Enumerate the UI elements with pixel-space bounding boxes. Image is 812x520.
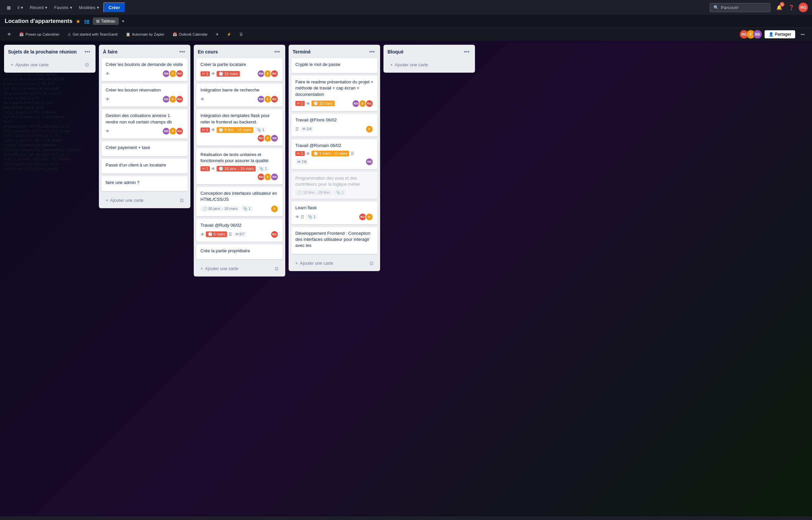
toolbar-outlook[interactable]: 📅 Outlook Calendar (170, 31, 211, 38)
share-button[interactable]: 👤 Partager (765, 30, 795, 38)
board-view-button[interactable]: ⊞ Tableau (93, 18, 119, 25)
card-avatars: RB F RG (162, 95, 184, 103)
add-card-en-cours[interactable]: + Ajouter une carte ⊡ (197, 263, 283, 274)
card-title: Conception des interfaces utilisateur en… (201, 190, 279, 203)
card-avatars: F (365, 125, 373, 133)
notification-button[interactable]: 🔔 5 (774, 3, 784, 12)
nav-item-favoris[interactable]: Favoris ▾ (51, 4, 75, 11)
card-proprietaire[interactable]: Crée la partie propriétaire (197, 244, 283, 259)
avatar-rg[interactable]: RG (270, 95, 279, 103)
attach-badge: 📎 1 (255, 127, 266, 133)
watch-icon[interactable]: 👁 (306, 151, 310, 156)
card-payement[interactable]: Créer payement + taxe (102, 141, 188, 156)
card-bouton-reservation[interactable]: Créer les bouton réservation 👁 RB F RG (102, 84, 188, 107)
column-menu-sujets[interactable]: ••• (83, 48, 91, 55)
card-learn-flask[interactable]: Learn flask 👁 ☰ 📎 1 RG F (291, 202, 377, 224)
avatar-f[interactable]: F (365, 125, 373, 133)
card-readme[interactable]: Faire le readme présentation du projet +… (291, 76, 377, 111)
nav-logo[interactable]: ▦ (4, 4, 14, 11)
watch-icon[interactable]: 👁 (211, 166, 215, 171)
more-menu[interactable]: ••• (798, 31, 807, 38)
card-travail-romain[interactable]: Travail @Romain 06/02 ✂ 1 👁 🕐 1 mars - 1… (291, 139, 377, 169)
watch-icon[interactable]: 👁 (211, 71, 215, 76)
add-card-termine[interactable]: + Ajouter une carte ⊡ (291, 258, 377, 268)
checklist-badge: ✉ 7/8 (295, 159, 309, 165)
search-box[interactable]: 🔍 Parcourir (710, 3, 770, 12)
watch-icon[interactable]: 👁 (201, 97, 205, 102)
card-programmation-vues[interactable]: Programmation des vues et des contrôleur… (291, 172, 377, 199)
avatar-f[interactable]: F (365, 213, 373, 221)
nav-item-modeles[interactable]: Modèles ▾ (76, 4, 102, 11)
card-title: Travail @Rudy 06/02 (201, 222, 279, 228)
card-cotisations[interactable]: Gestion des cotisations annexe 1 rendre … (102, 109, 188, 138)
card-tests-unitaires[interactable]: Réalisation de tests unitaires et foncti… (197, 148, 283, 184)
avatar-f[interactable]: F (270, 205, 279, 213)
watch-icon[interactable]: 👁 (106, 71, 110, 76)
board-view-chevron[interactable]: ▾ (122, 19, 124, 24)
card-client-locataire[interactable]: Passé d'un client à un locataire (102, 159, 188, 174)
watch-icon[interactable]: 👁 (211, 128, 215, 132)
card-template-icon: ⊡ (370, 261, 373, 266)
column-menu-termine[interactable]: ••• (368, 48, 376, 55)
watch-icon[interactable]: 👁 (106, 97, 110, 102)
avatar-rg[interactable]: RG (365, 100, 373, 108)
column-menu-a-faire[interactable]: ••• (178, 48, 186, 55)
column-menu-bloque[interactable]: ••• (463, 48, 471, 55)
help-button[interactable]: ❓ (786, 3, 796, 12)
add-card-a-faire[interactable]: + Ajouter une carte ⊡ (102, 195, 188, 206)
avatar-rg[interactable]: RG (176, 95, 184, 103)
card-title: Intégration barre de recherche (201, 87, 279, 93)
nav-item-recent[interactable]: Récent ▾ (27, 4, 50, 11)
card-travail-floris[interactable]: Travail @Floris 06/02 ☰ ✉ 2/4 F (291, 114, 377, 136)
add-card-sujets[interactable]: + Ajouter une carte ⊡ (7, 59, 93, 70)
card-boutons-visite[interactable]: Créer les boutons de demande de visite 👁… (102, 58, 188, 81)
card-dev-frontend[interactable]: Développement Frontend : Conception des … (291, 227, 377, 254)
toolbar-send[interactable]: ✈ (213, 31, 221, 38)
star-icon[interactable]: ★ (76, 18, 80, 25)
column-header-termine: Terminé ••• (289, 45, 380, 58)
card-avatars: RG (270, 230, 279, 238)
toolbar-calendar[interactable]: 📅 Power-up Calendrier (17, 31, 62, 38)
card-avatars: F (270, 205, 279, 213)
card-crypte[interactable]: Crypté le mot de passe (291, 58, 377, 73)
avatar-rb[interactable]: RB (365, 158, 373, 166)
card-title: Créer la partie locataire (201, 61, 279, 68)
card-admin[interactable]: faire une admin ? (102, 176, 188, 191)
card-template-icon: ⊡ (180, 198, 184, 203)
create-button[interactable]: Créer (103, 2, 126, 13)
avatar-rg[interactable]: RG (176, 70, 184, 78)
watch-icon[interactable]: 👁 (306, 101, 310, 106)
toolbar-lightning[interactable]: ⚡ (224, 31, 234, 38)
avatar-rg[interactable]: RG (270, 70, 279, 78)
menu-icon: ☰ (301, 215, 305, 219)
toolbar-filter[interactable]: ☰ (237, 31, 245, 38)
user-avatar[interactable]: RG (798, 3, 808, 12)
menu-icon: ☰ (350, 151, 354, 156)
toolbar-watch[interactable]: 👁 (5, 31, 14, 38)
card-locataire[interactable]: Créer la partie locataire ✂ 1 👁 🕐 15 mar… (197, 58, 283, 81)
watch-icon[interactable]: 👁 (106, 129, 110, 133)
card-travail-rudy[interactable]: Travail @Rudy 06/02 👁 🕐 6 mars ☰ ✉ 6/7 R… (197, 219, 283, 242)
watch-icon[interactable]: 👁 (295, 215, 299, 219)
avatar-rb[interactable]: RB (270, 134, 279, 142)
card-interfaces-html[interactable]: Conception des interfaces utilisateur en… (197, 187, 283, 216)
watch-icon[interactable]: 👁 (201, 232, 205, 237)
nav-item-il[interactable]: il ▾ (15, 4, 26, 11)
avatar-rg[interactable]: RG (270, 230, 279, 238)
column-menu-en-cours[interactable]: ••• (273, 48, 281, 55)
card-recherche[interactable]: Intégration barre de recherche 👁 RB F RG (197, 84, 283, 107)
plus-icon: + (390, 62, 393, 67)
avatar-rb[interactable]: RB (270, 173, 279, 181)
member-avatar-rb[interactable]: RB (753, 30, 762, 39)
card-footer: 👁 RB F RG (106, 95, 184, 103)
toolbar-zapier[interactable]: 📋 Automate by Zapier (123, 31, 167, 38)
card-footer: 🕐 15 févr. - 29 févr. 📎 1 (295, 190, 373, 196)
board-header: Location d'appartements ★ 👥 ⊞ Tableau ▾ (0, 15, 812, 28)
card-footer: ✂ 1 👁 🕐 1 mars - 13 mars ☰ (295, 151, 373, 156)
add-card-bloque[interactable]: + Ajouter une carte (386, 59, 472, 70)
card-templates-flask[interactable]: Intégration des templates flask pour rel… (197, 109, 283, 145)
toolbar-teamgantt[interactable]: ⚠ Get started with TeamGantt (65, 31, 121, 38)
share-icon[interactable]: 👥 (84, 19, 89, 24)
avatar-rg[interactable]: RG (176, 127, 184, 135)
card-footer: 🕐 30 janv. - 18 mars 📎 1 F (201, 205, 279, 213)
